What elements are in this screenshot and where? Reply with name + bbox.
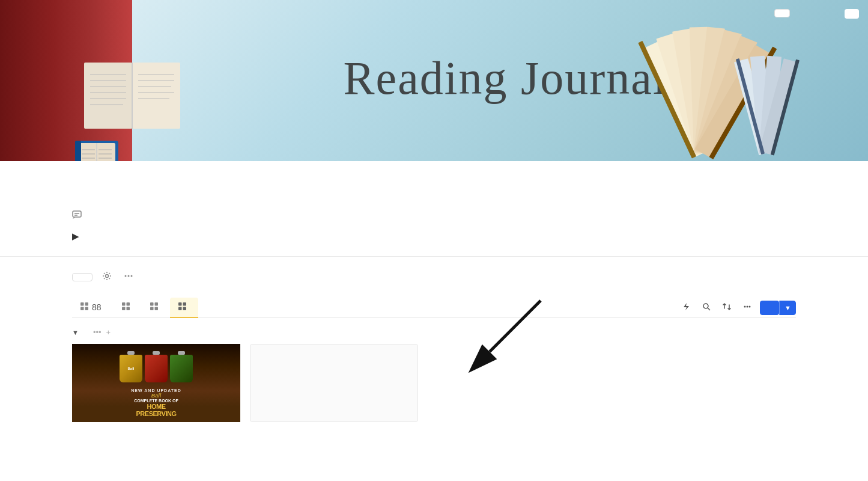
svg-point-45	[106, 275, 109, 278]
more-tab-options-button[interactable]	[739, 300, 755, 315]
svg-point-68	[747, 306, 748, 308]
toggle-section[interactable]: ▶	[72, 231, 796, 242]
group-add-button[interactable]: +	[106, 328, 111, 337]
book-card-empty[interactable]	[250, 344, 418, 422]
svg-rect-49	[80, 302, 84, 306]
new-button-dropdown[interactable]: ▼	[779, 301, 796, 315]
lightning-icon	[682, 302, 690, 311]
svg-point-65	[703, 304, 708, 308]
book-icon	[72, 135, 121, 161]
svg-rect-1	[132, 63, 180, 129]
svg-rect-32	[75, 141, 81, 161]
svg-rect-58	[154, 302, 158, 306]
search-icon	[702, 302, 711, 311]
svg-rect-61	[178, 302, 182, 306]
more-options-button[interactable]	[121, 269, 136, 286]
tab-grid-icon-tbr	[150, 302, 158, 312]
svg-rect-64	[183, 307, 186, 311]
svg-line-66	[708, 308, 710, 310]
new-button-wrapper: ▼	[760, 301, 796, 315]
group-header-ball[interactable]: ▼ ••• +	[72, 318, 796, 344]
settings-icon-button[interactable]	[100, 269, 114, 286]
tabs-row: 88	[72, 298, 796, 318]
tab-to-be-read[interactable]	[142, 298, 170, 318]
brand-logo	[845, 9, 859, 19]
lightning-button[interactable]	[678, 300, 694, 315]
svg-rect-53	[122, 302, 126, 306]
svg-rect-57	[150, 302, 154, 306]
svg-rect-42	[73, 211, 81, 217]
tab-all-books-by-author[interactable]	[170, 298, 198, 318]
svg-point-46	[125, 275, 127, 277]
ellipsis-icon	[124, 271, 133, 281]
svg-rect-59	[150, 307, 154, 311]
new-button[interactable]	[760, 301, 779, 315]
svg-point-48	[131, 275, 133, 277]
svg-rect-0	[84, 63, 132, 129]
tab-finished-books[interactable]	[114, 298, 142, 318]
page-content: ▶	[0, 161, 868, 434]
tabs-list: 88	[72, 298, 208, 317]
svg-rect-54	[126, 302, 130, 306]
tab-my-library-badge: 88	[92, 302, 102, 312]
svg-rect-52	[85, 307, 89, 311]
svg-rect-56	[126, 307, 130, 311]
divider	[0, 256, 868, 257]
grid-icon	[178, 302, 186, 310]
svg-rect-51	[80, 307, 84, 311]
book-card-ball[interactable]: Ball NEW AND UPDATED	[72, 344, 240, 422]
tab-actions: ▼	[654, 300, 796, 315]
svg-rect-62	[183, 302, 186, 306]
grid-icon	[122, 302, 130, 310]
ellipsis-h-icon	[743, 302, 751, 311]
group-toggle-arrow: ▼	[72, 329, 79, 336]
add-new-book-button[interactable]	[72, 273, 93, 281]
svg-point-67	[744, 306, 746, 308]
books-grid: Ball NEW AND UPDATED	[72, 344, 796, 422]
comment-icon	[72, 210, 82, 220]
group-more-button[interactable]: •••	[93, 328, 102, 337]
tab-more[interactable]	[198, 308, 208, 317]
tab-grid-icon-my-library	[80, 302, 88, 312]
grid-icon	[150, 302, 158, 310]
svg-rect-55	[122, 307, 126, 311]
filter-button[interactable]	[654, 305, 661, 310]
svg-rect-63	[178, 307, 182, 311]
svg-rect-60	[154, 307, 158, 311]
sort-arrows-icon	[723, 302, 731, 311]
svg-rect-50	[85, 302, 89, 306]
banner: Reading Journal	[0, 0, 868, 161]
tab-grid-icon-author	[178, 302, 186, 312]
search-button[interactable]	[699, 300, 714, 315]
toggle-arrow: ▶	[72, 231, 79, 242]
sort-button[interactable]	[666, 305, 673, 310]
tab-grid-icon-finished	[122, 302, 130, 312]
tab-my-library[interactable]: 88	[72, 298, 114, 318]
svg-point-47	[128, 275, 130, 277]
sort-arrows-button[interactable]	[719, 300, 735, 315]
grid-icon	[80, 302, 88, 310]
add-comment[interactable]	[72, 210, 796, 220]
toolbar	[72, 269, 796, 286]
gear-icon	[102, 271, 112, 281]
svg-point-69	[749, 306, 751, 308]
